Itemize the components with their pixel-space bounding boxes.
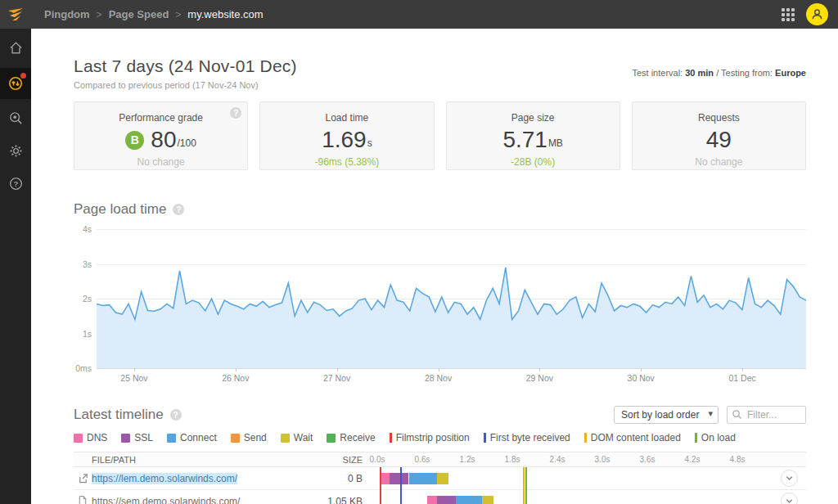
uptime-check-icon [8,110,24,126]
card-title: Performance grade [74,112,247,124]
file-size: 1.05 KB [300,496,372,504]
segment-connect [409,473,438,484]
chart-x-tick-label: 28 Nov [425,373,452,383]
segment-connect [456,496,482,504]
load-time-chart[interactable]: 0ms1s2s3s4s [97,229,806,368]
sidebar-item-help[interactable]: ? [0,169,31,197]
page-load-time-section: Page load time ? 0ms1s2s3s4s 25 Nov26 No… [74,201,806,385]
scale-tick-label: 4.8s [730,455,746,464]
load-time-series [97,229,806,368]
apps-grid-icon[interactable] [782,8,795,21]
chart-x-tick [134,368,135,371]
expand-row-button[interactable] [781,493,798,504]
card-performance-grade: ? Performance grade B 80 /100 No change [74,101,248,170]
chart-x-tick [742,368,743,371]
breadcrumb-separator: > [97,9,102,20]
legend-marker-swatch [390,433,392,443]
legend-item-ssl: SSL [121,432,153,443]
timeline-table-header: FILE/PATH SIZE 0.0s0.6s1.2s1.8s2.4s3.0s3… [74,452,806,467]
legend-item-dns: DNS [74,432,107,443]
card-value: 5.71 [502,128,547,151]
chart-x-tick-label: 25 Nov [120,373,147,383]
sidebar-item-home[interactable] [0,34,31,61]
file-size: 0 B [300,473,372,484]
chart-x-tick [439,368,439,371]
legend-marker-first-byte: First byte received [484,432,570,443]
scale-tick-label: 0.0s [370,455,385,464]
page-title: Last 7 days (24 Nov-01 Dec) [74,56,297,76]
scale-tick-label: 4.2s [685,455,701,464]
chevron-down-icon [785,474,794,483]
user-avatar[interactable] [806,3,828,25]
chevron-down-icon [785,497,794,504]
sidebar-item-settings[interactable] [0,137,31,164]
file-path-link[interactable]: https://sem.demo.solarwinds.com/ [92,496,240,504]
card-page-size: Page size 5.71 MB -28B (0%) [446,101,620,170]
search-icon [732,409,742,420]
file-path-link[interactable]: https://lem.demo.solarwinds.com/ [92,473,237,484]
legend-swatch [281,434,290,443]
breadcrumb-item[interactable]: my.website.com [187,8,263,20]
help-icon: ? [8,176,24,191]
table-row: https://lem.demo.solarwinds.com/0 B [74,467,806,490]
person-icon [811,8,823,20]
solarwinds-logo-icon [7,7,25,22]
legend-item-connect: Connect [167,432,217,443]
card-title: Load time [260,112,433,124]
breadcrumb-item[interactable]: Page Speed [109,8,169,20]
card-change: -96ms (5.38%) [260,156,433,168]
request-timeline [372,467,806,490]
summary-cards: ? Performance grade B 80 /100 No change … [74,101,806,170]
legend-label: DOM content loaded [591,432,681,443]
segment-wait [437,473,448,484]
external-link-icon [74,472,92,484]
legend-label: Connect [180,432,217,443]
card-value: 49 [706,128,732,151]
chart-x-tick-label: 26 Nov [222,373,249,383]
chart-x-tick-label: 30 Nov [628,373,655,383]
table-row: https://sem.demo.solarwinds.com/1.05 KB [74,490,806,504]
chart-x-tick [641,368,642,371]
top-bar: Pingdom>Page Speed>my.website.com [0,0,838,29]
segment-wait [482,496,493,504]
breadcrumb-item[interactable]: Pingdom [44,8,90,20]
legend-label: Wait [294,432,313,443]
request-timeline [372,490,806,504]
card-requests: Requests 49 No change [632,101,806,170]
chart-y-tick-label: 0ms [75,363,92,373]
legend-label: First byte received [490,432,570,443]
sidebar-item-page-speed[interactable] [0,68,31,99]
scale-tick-label: 3.6s [640,455,656,464]
chart-x-axis: 25 Nov26 Nov27 Nov28 Nov29 Nov30 Nov01 D… [97,368,806,385]
segment-ssl [437,496,456,504]
sort-select[interactable]: Sort by load order [614,406,719,424]
card-value-suffix: MB [548,137,563,151]
solarwinds-logo[interactable] [0,0,31,29]
legend-label: Receive [340,432,375,443]
marker-filmstrip [380,467,381,490]
legend-marker-on-load: On load [695,432,736,443]
expand-row-button[interactable] [781,470,798,487]
scale-tick-label: 3.0s [595,455,610,464]
chart-y-tick-label: 4s [83,224,92,234]
testing-from-label: / Testing from: [714,68,775,78]
card-value: 80 [151,128,176,151]
legend-swatch [327,434,336,443]
scale-tick-label: 0.6s [415,455,430,464]
legend-item-send: Send [231,432,267,443]
segment-dns [427,496,438,504]
card-change: No change [633,156,805,168]
notification-dot [20,73,26,79]
legend-marker-dom-loaded: DOM content loaded [584,432,681,443]
breadcrumb-separator: > [175,9,181,20]
marker-first-byte [400,490,402,504]
chart-x-tick [236,368,237,371]
sidebar-item-uptime[interactable] [0,104,31,132]
card-value-suffix: /100 [178,137,196,151]
chart-y-tick-label: 3s [83,259,92,269]
page-load-help-icon[interactable]: ? [173,204,184,215]
timeline-legend: DNSSSLConnectSendWaitReceiveFilmstrip po… [74,432,806,443]
latest-timeline-help-icon[interactable]: ? [170,409,182,421]
legend-marker-swatch [484,433,486,443]
chart-y-tick-label: 2s [83,294,92,304]
